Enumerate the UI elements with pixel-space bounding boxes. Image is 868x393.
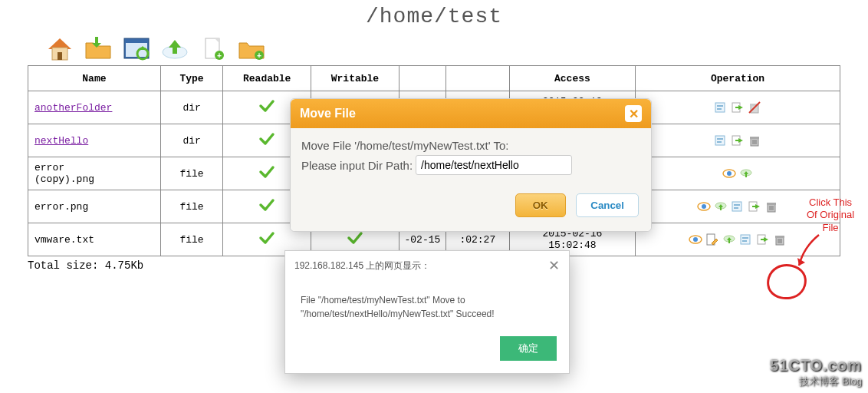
file-name: error.png [35,201,88,213]
new-file-icon[interactable]: + [196,35,230,62]
view-icon[interactable] [689,233,702,246]
dialog-title: Move File [300,107,356,121]
delete-disabled-icon[interactable] [748,101,761,114]
open-folder-icon[interactable] [81,35,115,62]
svg-rect-17 [717,105,723,107]
operations [640,134,835,147]
col-type: Type [160,66,223,91]
move-icon[interactable] [748,200,761,213]
svg-rect-63 [775,236,784,238]
operations [640,167,835,180]
rename-icon[interactable] [714,134,728,147]
watermark: 51CTO.com 技术博客 Blog [770,357,862,388]
alert-confirm-button[interactable]: 确定 [500,336,557,361]
download-icon[interactable] [722,233,736,246]
edit-icon[interactable] [705,233,719,246]
svg-rect-29 [750,137,759,139]
path-input-label: Please input Dir Path: [301,159,413,172]
svg-rect-18 [717,108,722,110]
move-icon[interactable] [756,233,770,246]
rename-icon[interactable] [731,200,745,213]
svg-rect-23 [715,136,725,145]
move-source-label: Move File '/home/test/myNewTest.txt' To: [301,139,640,152]
watermark-line1: 51CTO.com [770,357,862,375]
dialog-header: Move File ✕ [291,99,651,128]
view-icon[interactable] [722,167,736,180]
watermark-line2: 技术博客 Blog [770,375,862,388]
svg-rect-57 [741,235,750,244]
svg-rect-25 [717,141,722,143]
move-icon[interactable] [731,101,745,114]
col-access: Access [509,66,636,91]
svg-rect-59 [742,240,747,242]
annotation-text: Click ThisOf OriginalFile [807,196,854,234]
browser-alert: 192.168.182.145 上的网页显示： ✕ File "/home/te… [284,250,570,374]
alert-close-icon[interactable]: ✕ [548,257,560,274]
delete-icon[interactable] [773,233,787,246]
cancel-button[interactable]: Cancel [576,193,639,217]
alert-origin: 192.168.182.145 上的网页显示： [294,259,430,272]
operations [640,101,835,114]
svg-point-35 [727,171,732,176]
toolbar: + + [43,35,868,62]
col-operation: Operation [636,66,840,91]
svg-rect-21 [751,105,758,113]
svg-rect-43 [734,204,740,206]
annotation-arrow-icon [796,232,827,270]
current-path: /home/test [0,5,868,28]
rename-icon[interactable] [739,233,753,246]
delete-icon[interactable] [748,134,761,147]
svg-rect-24 [717,138,723,140]
close-icon[interactable]: ✕ [625,105,642,122]
col-readable: Readable [223,66,311,91]
svg-point-53 [693,237,698,242]
type-cell: file [160,190,223,223]
type-cell: dir [160,124,223,157]
svg-rect-44 [734,207,738,209]
svg-rect-2 [58,52,62,60]
file-name: error(copy).png [35,162,94,185]
type-cell: file [160,157,223,190]
view-icon[interactable] [697,200,711,213]
type-cell: dir [160,91,223,124]
folder-link[interactable]: anotherFolder [35,102,112,114]
svg-point-39 [702,204,706,209]
svg-rect-58 [742,237,748,239]
svg-text:+: + [257,52,261,61]
upload-cloud-icon[interactable] [158,35,192,62]
folder-link[interactable]: nextHello [35,135,88,147]
refresh-window-icon[interactable] [120,35,153,62]
alert-message: File "/home/test/myNewTest.txt" Move to … [285,279,569,330]
rename-icon[interactable] [714,101,728,114]
svg-rect-16 [715,103,725,112]
home-icon[interactable] [43,35,77,62]
new-folder-icon[interactable]: + [235,35,268,62]
ok-button[interactable]: OK [515,193,566,217]
type-cell: file [160,223,223,256]
delete-icon[interactable] [764,200,778,213]
svg-text:+: + [217,52,222,61]
col-name: Name [28,66,161,91]
operations [640,200,835,213]
col-hidden-a [399,66,446,91]
download-icon[interactable] [739,167,753,180]
svg-rect-48 [767,203,776,205]
svg-rect-42 [732,202,741,211]
move-file-dialog: Move File ✕ Move File '/home/test/myNewT… [290,98,652,232]
move-icon[interactable] [731,134,745,147]
file-name: vmware.txt [35,234,94,246]
col-hidden-b [446,66,509,91]
destination-path-input[interactable] [416,155,572,175]
download-icon[interactable] [714,200,728,213]
table-header-row: Name Type Readable Writable Access Opera… [28,66,840,91]
col-writable: Writable [311,66,399,91]
